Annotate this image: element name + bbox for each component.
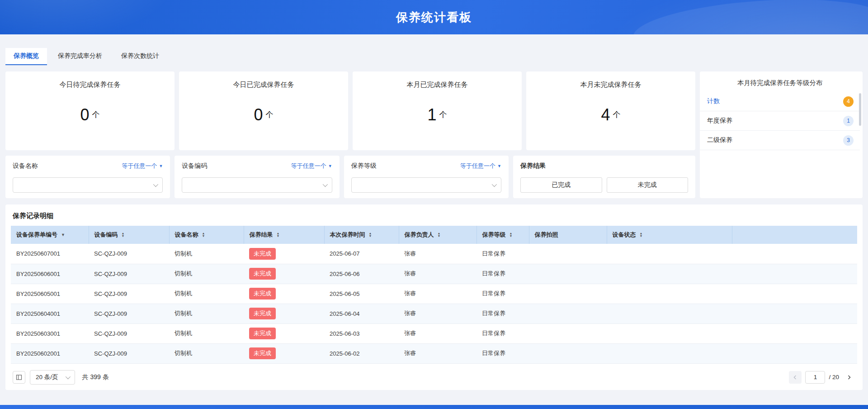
- column-header[interactable]: 保养拍照 ▼ ▲▼: [529, 226, 607, 244]
- cell-device-name: 切制机: [169, 304, 244, 323]
- sort-icon[interactable]: ▲▼: [640, 232, 643, 238]
- stat-card: 本月未完成保养任务 4 个: [526, 71, 695, 150]
- completed-filter-button[interactable]: 已完成: [520, 177, 602, 193]
- distribution-row-label: 计数: [707, 97, 720, 105]
- sort-icon[interactable]: ▲▼: [369, 232, 372, 238]
- page-input[interactable]: [805, 371, 825, 384]
- table-row[interactable]: BY20250605001 SC-QZJ-009 切制机 未完成 2025-06…: [11, 284, 857, 304]
- prev-page-button[interactable]: [789, 371, 802, 384]
- next-page-button[interactable]: [843, 371, 855, 384]
- cell-device-code: SC-QZJ-009: [89, 343, 169, 363]
- cell-status: [607, 284, 732, 304]
- header-wave-decoration: [631, 0, 868, 34]
- cell-status: [607, 244, 732, 264]
- cell-status: [607, 304, 732, 323]
- filter-select[interactable]: [182, 177, 332, 193]
- caret-down-icon: ▼: [497, 164, 501, 168]
- result-filter-card: 保养结果 已完成 未完成: [513, 156, 695, 198]
- records-table: 设备保养单编号 ▼ ▲▼ 设备编码 ▼ ▲▼: [11, 226, 857, 364]
- cell-device-code: SC-QZJ-009: [89, 323, 169, 343]
- column-header[interactable]: 设备保养单编号 ▼ ▲▼: [11, 226, 89, 244]
- cell-device-name: 切制机: [169, 244, 244, 264]
- column-header[interactable]: 本次保养时间 ▼ ▲▼: [324, 226, 399, 244]
- result-badge: 未完成: [249, 288, 276, 300]
- cell-owner: 张睿: [399, 264, 476, 284]
- cell-photo: [529, 304, 607, 323]
- distribution-row[interactable]: 计数 4: [700, 92, 860, 111]
- stat-card: 今日待完成保养任务 0 个: [5, 71, 175, 150]
- count-badge: 4: [843, 96, 854, 107]
- cell-order-no: BY20250604001: [11, 304, 89, 323]
- distribution-row[interactable]: 年度保养 1: [700, 111, 860, 131]
- column-header[interactable]: 设备编码 ▼ ▲▼: [89, 226, 169, 244]
- records-title: 保养记录明细: [13, 212, 857, 220]
- column-header[interactable]: 保养等级 ▼ ▲▼: [476, 226, 529, 244]
- cell-photo: [529, 264, 607, 284]
- table-row[interactable]: BY20250606001 SC-QZJ-009 切制机 未完成 2025-06…: [11, 264, 857, 284]
- distribution-row[interactable]: 二级保养 3: [700, 131, 860, 150]
- cell-filler: [732, 244, 857, 264]
- sort-icon[interactable]: ▲▼: [509, 232, 513, 238]
- stat-unit: 个: [613, 109, 621, 120]
- filter-select[interactable]: [13, 177, 163, 193]
- filter-operator-link[interactable]: 等于任意一个 ▼: [122, 162, 163, 170]
- caret-down-icon: ▼: [159, 164, 163, 168]
- pagination: 20 条/页 共 399 条 / 20: [11, 368, 857, 385]
- cell-date: 2025-06-06: [324, 264, 399, 284]
- result-filter-label: 保养结果: [520, 162, 546, 170]
- sort-icon[interactable]: ▲▼: [202, 232, 205, 238]
- column-header[interactable]: 设备状态 ▼ ▲▼: [607, 226, 732, 244]
- incomplete-filter-button[interactable]: 未完成: [607, 177, 689, 193]
- caret-down-icon: ▼: [328, 164, 332, 168]
- tab[interactable]: 保养概览: [5, 48, 47, 65]
- table-row[interactable]: BY20250603001 SC-QZJ-009 切制机 未完成 2025-06…: [11, 323, 857, 343]
- stat-title: 本月已完成保养任务: [407, 81, 468, 89]
- cell-owner: 张睿: [399, 304, 476, 323]
- sort-icon[interactable]: ▲▼: [277, 232, 280, 238]
- bottom-wave-decoration: [0, 405, 868, 409]
- sort-icon[interactable]: ▲▼: [438, 232, 441, 238]
- cell-owner: 张睿: [399, 323, 476, 343]
- table-row[interactable]: BY20250607001 SC-QZJ-009 切制机 未完成 2025-06…: [11, 244, 857, 264]
- stat-title: 今日待完成保养任务: [60, 81, 121, 89]
- tab-label: 保养概览: [14, 52, 39, 59]
- page-size-select[interactable]: 20 条/页: [30, 370, 75, 385]
- cell-device-code: SC-QZJ-009: [89, 304, 169, 323]
- stat-unit: 个: [92, 109, 100, 120]
- result-badge: 未完成: [249, 347, 276, 359]
- distribution-panel-title: 本月待完成保养任务等级分布: [700, 79, 860, 87]
- filter-operator-link[interactable]: 等于任意一个 ▼: [460, 162, 501, 170]
- cell-date: 2025-06-07: [324, 244, 399, 264]
- distribution-rows: 计数 4 年度保养 1 二级保养 3: [700, 92, 860, 150]
- cell-filler: [732, 323, 857, 343]
- stat-card-row: 今日待完成保养任务 0 个 今日已完成保养任务 0 个: [5, 71, 695, 150]
- result-badge: 未完成: [249, 268, 276, 280]
- table-row[interactable]: BY20250604001 SC-QZJ-009 切制机 未完成 2025-06…: [11, 304, 857, 323]
- result-badge: 未完成: [249, 308, 276, 319]
- cell-device-name: 切制机: [169, 343, 244, 363]
- tab-bar: 保养概览 保养完成率分析 保养次数统计: [5, 48, 863, 65]
- filter-select[interactable]: [351, 177, 501, 193]
- cell-level: 日常保养: [476, 244, 529, 264]
- cell-order-no: BY20250603001: [11, 323, 89, 343]
- tab[interactable]: 保养完成率分析: [50, 48, 110, 65]
- cell-order-no: BY20250602001: [11, 343, 89, 363]
- column-header[interactable]: 保养结果 ▼ ▲▼: [244, 226, 324, 244]
- column-header[interactable]: 保养负责人 ▼ ▲▼: [399, 226, 476, 244]
- cell-photo: [529, 284, 607, 304]
- tab[interactable]: 保养次数统计: [113, 48, 167, 65]
- filter-dropdown-icon[interactable]: ▼: [61, 233, 65, 237]
- cell-order-no: BY20250607001: [11, 244, 89, 264]
- column-header[interactable]: ▼ ▲▼: [732, 226, 857, 244]
- stat-unit: 个: [266, 109, 274, 120]
- sort-icon[interactable]: ▲▼: [122, 232, 125, 238]
- distribution-row-label: 二级保养: [707, 136, 732, 144]
- tab-label: 保养次数统计: [121, 52, 159, 59]
- table-config-icon[interactable]: [13, 371, 25, 384]
- panel-scrollbar-thumb[interactable]: [859, 93, 861, 126]
- cell-level: 日常保养: [476, 304, 529, 323]
- distribution-row-label: 年度保养: [707, 117, 732, 125]
- column-header[interactable]: 设备名称 ▼ ▲▼: [169, 226, 244, 244]
- filter-operator-link[interactable]: 等于任意一个 ▼: [291, 162, 332, 170]
- table-row[interactable]: BY20250602001 SC-QZJ-009 切制机 未完成 2025-06…: [11, 343, 857, 363]
